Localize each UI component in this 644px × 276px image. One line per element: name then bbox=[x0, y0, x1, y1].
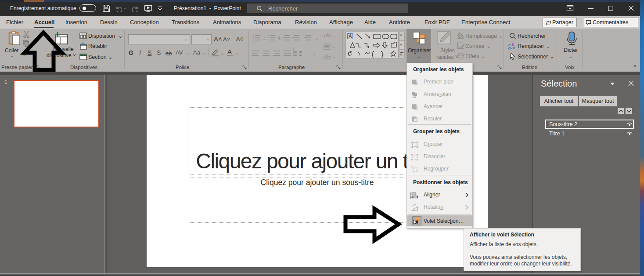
svg-text:c: c bbox=[513, 46, 515, 50]
svg-text:A: A bbox=[349, 33, 352, 39]
